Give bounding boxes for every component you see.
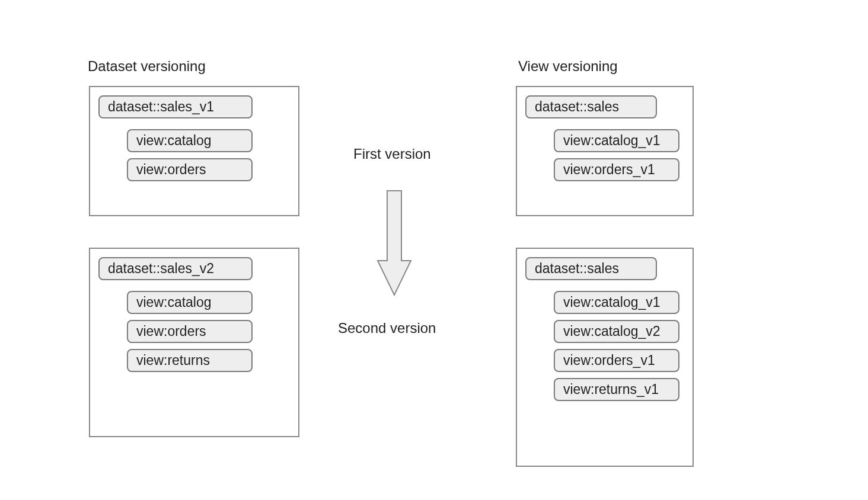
heading-dataset-versioning: Dataset versioning bbox=[88, 58, 206, 75]
views-list: view:catalog view:orders view:returns bbox=[98, 291, 290, 372]
view-tag: view:catalog bbox=[127, 291, 253, 314]
label-second-version: Second version bbox=[338, 320, 436, 336]
panel-dataset-v2: dataset::sales_v2 view:catalog view:orde… bbox=[89, 248, 299, 437]
view-tag: view:catalog_v1 bbox=[554, 291, 679, 314]
view-tag: view:catalog bbox=[127, 129, 253, 152]
panel-view-v2: dataset::sales view:catalog_v1 view:cata… bbox=[516, 248, 694, 467]
dataset-tag: dataset::sales_v2 bbox=[98, 257, 253, 280]
view-tag: view:catalog_v2 bbox=[554, 320, 679, 343]
view-tag: view:catalog_v1 bbox=[554, 129, 679, 152]
view-tag: view:orders bbox=[127, 158, 253, 181]
views-list: view:catalog_v1 view:catalog_v2 view:ord… bbox=[525, 291, 684, 401]
arrow-down-icon bbox=[374, 190, 415, 306]
dataset-tag: dataset::sales bbox=[525, 95, 657, 118]
views-list: view:catalog view:orders bbox=[98, 129, 290, 181]
view-tag: view:orders_v1 bbox=[554, 349, 679, 372]
view-tag: view:orders bbox=[127, 320, 253, 343]
panel-view-v1: dataset::sales view:catalog_v1 view:orde… bbox=[516, 86, 694, 216]
panel-dataset-v1: dataset::sales_v1 view:catalog view:orde… bbox=[89, 86, 299, 216]
view-tag: view:orders_v1 bbox=[554, 158, 679, 181]
dataset-tag: dataset::sales bbox=[525, 257, 657, 280]
dataset-tag: dataset::sales_v1 bbox=[98, 95, 253, 118]
view-tag: view:returns_v1 bbox=[554, 378, 679, 401]
views-list: view:catalog_v1 view:orders_v1 bbox=[525, 129, 684, 181]
diagram-canvas: Dataset versioning View versioning datas… bbox=[0, 0, 868, 500]
label-first-version: First version bbox=[353, 146, 431, 162]
heading-view-versioning: View versioning bbox=[518, 58, 618, 75]
view-tag: view:returns bbox=[127, 349, 253, 372]
